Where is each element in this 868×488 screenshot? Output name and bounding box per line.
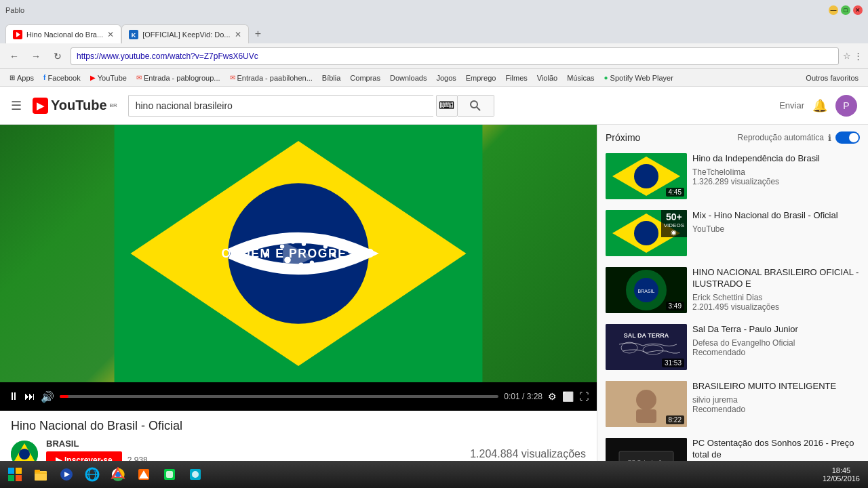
svg-rect-46 (8, 468, 14, 474)
bookmark-spotify-label: Spotify Web Player (610, 74, 673, 82)
search-container: ⌨ (128, 95, 494, 117)
file-explorer-icon (33, 467, 48, 482)
related-video-4[interactable]: SAL DA TERRA 31:53 Sal Da Terra - Paulo … (603, 321, 863, 373)
tab-keepvid[interactable]: K [OFFICIAL] KeepVid: Do... ✕ (121, 24, 248, 43)
bookmark-outros[interactable]: Outros favoritos (802, 73, 863, 83)
chrome-button[interactable] (106, 462, 130, 487)
bookmark-gmail2[interactable]: ✉ Entrada - paabilohen... (226, 73, 317, 83)
search-button[interactable] (458, 95, 494, 117)
taskbar: e 18:45 12/05/2016 (0, 461, 868, 488)
app2-icon (162, 467, 177, 482)
bookmark-spotify[interactable]: ● Spotify Web Player (600, 73, 677, 83)
svg-point-65 (192, 471, 199, 478)
playlist-badge: 50+ VIDEOS ◉ (661, 210, 687, 237)
app3-button[interactable] (183, 462, 208, 487)
keyboard-button[interactable]: ⌨ (436, 95, 458, 117)
bookmark-youtube-label: YouTube (98, 74, 127, 82)
bookmark-compras-label: Compras (350, 74, 380, 82)
media-player-button[interactable] (54, 462, 79, 487)
sidebar: Próximo Reprodução automática ℹ (597, 125, 868, 488)
autoplay-toggle[interactable] (835, 131, 860, 144)
new-tab-button[interactable]: + (249, 24, 268, 43)
notification-icon[interactable]: 🔔 (812, 98, 827, 113)
close-button[interactable]: ✕ (853, 5, 863, 15)
taskbar-clock[interactable]: 18:45 12/05/2016 (817, 466, 865, 483)
theater-mode-icon[interactable]: ⬜ (562, 391, 574, 402)
progress-fill (60, 395, 68, 398)
bookmark-apps[interactable]: ⊞ Apps (5, 73, 38, 83)
bookmark-downloads[interactable]: Downloads (386, 73, 431, 83)
svg-rect-47 (16, 468, 22, 474)
bookmark-compras[interactable]: Compras (346, 73, 384, 83)
bookmark-jogos[interactable]: Jogos (432, 73, 460, 83)
user-label: Pablo (5, 6, 24, 14)
progress-bar[interactable] (60, 395, 498, 398)
menu-icon[interactable]: ☰ (11, 98, 22, 113)
app1-button[interactable] (132, 462, 156, 487)
related-views-1: 1.326.289 visualizações (692, 177, 860, 186)
related-video-3[interactable]: BRASIL 3:49 HINO NACIONAL BRASILEIRO OFI… (603, 264, 863, 316)
tab-close-youtube[interactable]: ✕ (107, 30, 114, 39)
pause-button[interactable]: ⏸ (8, 390, 19, 403)
time-display: 0:01 / 3:28 (504, 392, 542, 401)
main-content: ORDEM E PROGRESSO ▶ ⏸ ⏭ 🔊 (0, 125, 868, 488)
svg-text:SAL DA TERRA: SAL DA TERRA (624, 332, 669, 339)
bookmark-facebook[interactable]: f Facebook (39, 73, 85, 83)
related-video-2[interactable]: 50+ VIDEOS ◉ Mix - Hino Nacional do Bras… (603, 207, 863, 259)
bookmark-musicas-label: Músicas (567, 74, 594, 82)
settings-icon[interactable]: ⋮ (854, 51, 863, 61)
back-button[interactable]: ← (5, 47, 23, 65)
file-explorer-button[interactable] (28, 462, 53, 487)
bookmark-violao[interactable]: Violão (533, 73, 561, 83)
bookmark-gmail1[interactable]: ✉ Entrada - pablogroup... (132, 73, 224, 83)
minimize-button[interactable]: — (829, 5, 838, 15)
bookmark-filmes[interactable]: Filmes (501, 73, 531, 83)
ie-button[interactable]: e (80, 462, 104, 487)
related-video-5[interactable]: 8:22 BRASILEIRO MUITO INTELIGENTE silvio… (603, 378, 863, 430)
spotify-icon: ● (604, 74, 608, 81)
next-button[interactable]: ⏭ (24, 390, 35, 403)
fullscreen-icon[interactable]: ⛶ (579, 391, 589, 402)
video-title: Hino Nacional do Brasil - Oficial (11, 419, 586, 433)
bookmark-biblia[interactable]: Bíblia (318, 73, 345, 83)
maximize-button[interactable]: □ (841, 5, 850, 15)
bookmark-youtube[interactable]: ▶ YouTube (86, 73, 131, 83)
video-section: ORDEM E PROGRESSO ▶ ⏸ ⏭ 🔊 (0, 125, 597, 488)
bookmark-gmail2-label: Entrada - paabilohen... (237, 74, 313, 82)
related-video-1[interactable]: 4:45 Hino da Independência do Brasil The… (603, 150, 863, 202)
user-avatar[interactable]: P (835, 95, 857, 117)
tab-youtube[interactable]: Hino Nacional do Bra... ✕ (5, 24, 121, 43)
search-input[interactable] (128, 95, 433, 117)
app3-icon (188, 467, 203, 482)
bookmark-icon[interactable]: ☆ (843, 51, 851, 61)
thumb-container-1: 4:45 (606, 153, 687, 199)
tab-icon-keepvid: K (129, 30, 138, 39)
thumb-container-4: SAL DA TERRA 31:53 (606, 324, 687, 370)
svg-text:e: e (93, 468, 96, 474)
volume-button[interactable]: 🔊 (41, 390, 54, 403)
address-bar-icons: ☆ ⋮ (843, 51, 863, 61)
tab-close-keepvid[interactable]: ✕ (235, 30, 241, 39)
video-player[interactable]: ORDEM E PROGRESSO ▶ (0, 125, 597, 382)
youtube-logo-icon: ▶ (33, 98, 48, 114)
forward-button[interactable]: → (27, 47, 45, 65)
thumb-container-2: 50+ VIDEOS ◉ (606, 210, 687, 256)
autoplay-label: Reprodução automática (738, 133, 824, 142)
app2-button[interactable] (157, 462, 182, 487)
related-channel-4: Defesa do Evangelho Oficial (692, 338, 860, 348)
svg-point-21 (318, 266, 322, 270)
channel-name: BRASIL (46, 439, 148, 449)
address-bar: ← → ↻ ☆ ⋮ (0, 43, 868, 69)
tab-icon-youtube (13, 30, 22, 39)
youtube-logo[interactable]: ▶ YouTube BR (33, 98, 117, 114)
settings-control-icon[interactable]: ⚙ (548, 391, 557, 402)
svg-text:K: K (132, 32, 136, 39)
start-button[interactable] (3, 462, 27, 487)
info-icon[interactable]: ℹ (828, 133, 831, 143)
reload-button[interactable]: ↻ (49, 47, 66, 65)
enviar-button[interactable]: Enviar (779, 100, 804, 110)
url-input[interactable] (71, 47, 839, 65)
video-controls: ⏸ ⏭ 🔊 0:01 / 3:28 ⚙ ⬜ (0, 382, 597, 411)
bookmark-emprego[interactable]: Emprego (462, 73, 500, 83)
bookmark-musicas[interactable]: Músicas (563, 73, 598, 83)
